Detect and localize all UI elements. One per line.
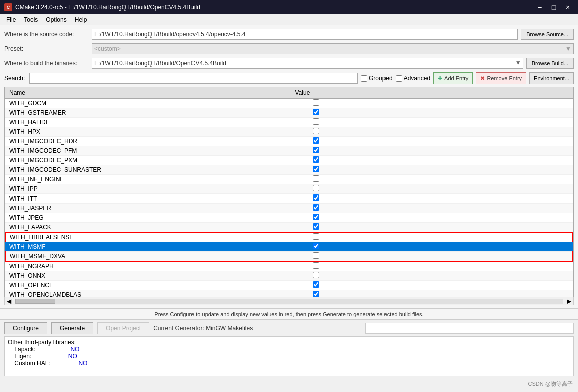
entry-checkbox[interactable] xyxy=(313,128,319,134)
entry-value[interactable] xyxy=(291,281,341,290)
menu-help[interactable]: Help xyxy=(71,15,91,24)
entry-name: WITH_GSTREAMER xyxy=(5,108,291,118)
entry-checkbox[interactable] xyxy=(313,252,319,259)
entry-checkbox[interactable] xyxy=(313,194,319,201)
entry-value[interactable] xyxy=(291,184,341,194)
table-row[interactable]: WITH_ONNX xyxy=(5,271,573,281)
entry-checkbox[interactable] xyxy=(313,147,319,153)
generate-status-box xyxy=(365,323,574,334)
entry-value[interactable] xyxy=(291,156,341,165)
entry-value[interactable] xyxy=(291,223,341,233)
entry-value[interactable] xyxy=(291,175,341,184)
entry-checkbox[interactable] xyxy=(313,291,319,297)
source-input[interactable] xyxy=(92,29,518,40)
preset-row: Preset: <custom> ▼ xyxy=(4,43,574,55)
entry-checkbox[interactable] xyxy=(313,233,319,240)
entry-value[interactable] xyxy=(291,204,341,213)
entry-checkbox[interactable] xyxy=(313,243,319,249)
remove-entry-button[interactable]: ✖ Remove Entry xyxy=(476,72,526,84)
preset-dropdown[interactable]: <custom> ▼ xyxy=(92,43,574,54)
browse-source-button[interactable]: Browse Source... xyxy=(521,29,574,40)
maximize-button[interactable]: □ xyxy=(548,2,560,12)
add-entry-button[interactable]: ✚ Add Entry xyxy=(433,72,473,84)
generate-button[interactable]: Generate xyxy=(51,322,93,334)
minimize-button[interactable]: − xyxy=(534,2,546,12)
entry-checkbox[interactable] xyxy=(313,118,319,125)
table-row[interactable]: WITH_OPENCL xyxy=(5,281,573,290)
table-row[interactable]: WITH_IMGCODEC_PXM xyxy=(5,156,573,165)
table-row[interactable]: WITH_IMGCODEC_HDR xyxy=(5,137,573,146)
environment-button[interactable]: Environment... xyxy=(529,72,574,84)
entry-checkbox[interactable] xyxy=(313,185,319,191)
entry-checkbox[interactable] xyxy=(313,272,319,278)
entry-value[interactable] xyxy=(291,242,341,252)
log-area[interactable]: Other third-party libraries: Lapack: NO … xyxy=(4,336,574,376)
entry-value[interactable] xyxy=(291,98,341,108)
close-button[interactable]: × xyxy=(562,2,574,12)
hscroll-right-arrow[interactable]: ▶ xyxy=(565,298,573,305)
entry-value[interactable] xyxy=(291,127,341,137)
table-row[interactable]: WITH_JPEG xyxy=(5,213,573,223)
open-project-button[interactable]: Open Project xyxy=(97,322,149,334)
entry-value[interactable] xyxy=(291,118,341,127)
table-row[interactable]: WITH_NGRAPH xyxy=(5,261,573,271)
table-row[interactable]: WITH_LIBREALSENSE xyxy=(5,232,573,242)
table-row[interactable]: WITH_INF_ENGINE xyxy=(5,175,573,184)
entry-value[interactable] xyxy=(291,108,341,118)
entry-value[interactable] xyxy=(291,290,341,298)
entry-value[interactable] xyxy=(291,252,341,262)
table-row[interactable]: WITH_HPX xyxy=(5,127,573,137)
table-row[interactable]: WITH_GSTREAMER xyxy=(5,108,573,118)
bottom-toolbar: Configure Generate Open Project Current … xyxy=(0,319,578,336)
entry-name: WITH_OPENCLAMDBLAS xyxy=(5,290,291,298)
log-line-3: Eigen: NO xyxy=(8,353,570,360)
table-row[interactable]: WITH_HALIDE xyxy=(5,118,573,127)
hscroll-left-arrow[interactable]: ◀ xyxy=(5,298,13,305)
table-row[interactable]: WITH_IPP xyxy=(5,184,573,194)
search-input[interactable] xyxy=(29,73,358,84)
grouped-checkbox[interactable] xyxy=(361,75,367,82)
entry-value[interactable] xyxy=(291,194,341,204)
browse-build-button[interactable]: Browse Build... xyxy=(526,58,574,69)
entry-checkbox[interactable] xyxy=(313,99,319,106)
entry-rest xyxy=(341,232,573,242)
table-row[interactable]: WITH_OPENCLAMDBLAS xyxy=(5,290,573,298)
table-row[interactable]: WITH_ITT xyxy=(5,194,573,204)
entry-checkbox[interactable] xyxy=(313,166,319,172)
table-row[interactable]: WITH_GDCM xyxy=(5,98,573,108)
advanced-checkbox-label[interactable]: Advanced xyxy=(396,75,430,82)
table-row[interactable]: WITH_IMGCODEC_SUNRASTER xyxy=(5,165,573,175)
entry-checkbox[interactable] xyxy=(313,214,319,220)
advanced-checkbox[interactable] xyxy=(396,75,402,82)
entry-value[interactable] xyxy=(291,213,341,223)
hscroll-thumb[interactable] xyxy=(15,299,55,304)
entry-value[interactable] xyxy=(291,137,341,146)
entry-checkbox[interactable] xyxy=(313,109,319,115)
entry-checkbox[interactable] xyxy=(313,175,319,182)
table-row[interactable]: WITH_LAPACK xyxy=(5,223,573,233)
table-row[interactable]: WITH_MSMF xyxy=(5,242,573,252)
entry-checkbox[interactable] xyxy=(313,281,319,288)
entry-checkbox[interactable] xyxy=(313,137,319,144)
entry-value[interactable] xyxy=(291,271,341,281)
table-container[interactable]: Name Value WITH_GDCMWITH_GSTREAMERWITH_H… xyxy=(4,87,574,297)
entry-value[interactable] xyxy=(291,146,341,156)
hscroll-track[interactable] xyxy=(15,299,563,304)
entry-checkbox[interactable] xyxy=(313,156,319,163)
entry-checkbox[interactable] xyxy=(313,223,319,230)
entry-value[interactable] xyxy=(291,232,341,242)
entry-checkbox[interactable] xyxy=(313,262,319,269)
configure-button[interactable]: Configure xyxy=(4,322,47,334)
build-input[interactable] xyxy=(92,58,523,69)
menu-tools[interactable]: Tools xyxy=(20,15,42,24)
entry-checkbox[interactable] xyxy=(313,204,319,211)
table-row[interactable]: WITH_JASPER xyxy=(5,204,573,213)
horizontal-scrollbar[interactable]: ◀ ▶ xyxy=(4,297,574,305)
table-row[interactable]: WITH_IMGCODEC_PFM xyxy=(5,146,573,156)
grouped-checkbox-label[interactable]: Grouped xyxy=(361,75,393,82)
menu-file[interactable]: File xyxy=(2,15,20,24)
table-row[interactable]: WITH_MSMF_DXVA xyxy=(5,252,573,262)
entry-value[interactable] xyxy=(291,261,341,271)
menu-options[interactable]: Options xyxy=(42,15,70,24)
entry-value[interactable] xyxy=(291,165,341,175)
